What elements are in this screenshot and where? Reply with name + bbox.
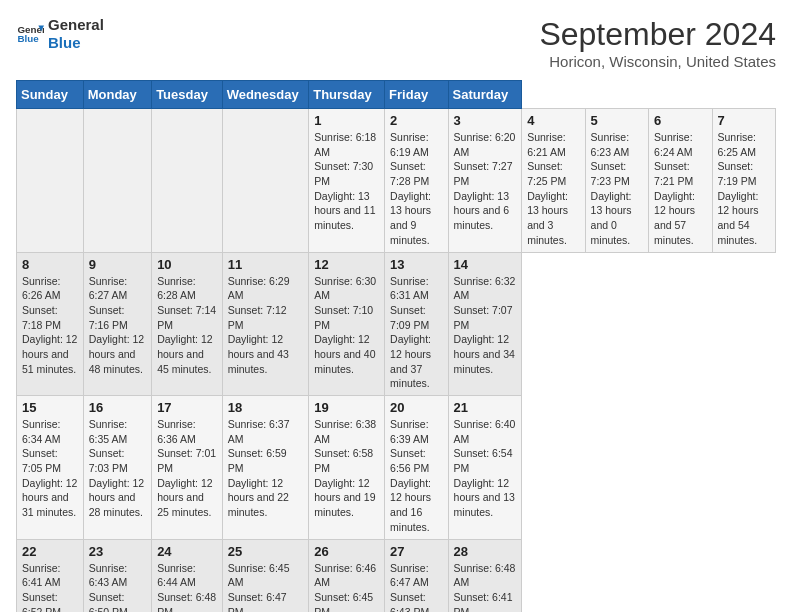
week-row-1: 8 Sunrise: 6:26 AM Sunset: 7:18 PM Dayli… (17, 252, 776, 396)
day-cell: 26 Sunrise: 6:46 AM Sunset: 6:45 PM Dayl… (309, 539, 385, 612)
daylight-label: Daylight: 12 hours and 16 minutes. (390, 477, 431, 533)
daylight-label: Daylight: 13 hours and 3 minutes. (527, 190, 568, 246)
day-cell: 15 Sunrise: 6:34 AM Sunset: 7:05 PM Dayl… (17, 396, 84, 540)
sunrise-label: Sunrise: 6:29 AM (228, 275, 290, 302)
day-cell: 6 Sunrise: 6:24 AM Sunset: 7:21 PM Dayli… (649, 109, 712, 253)
day-info: Sunrise: 6:36 AM Sunset: 7:01 PM Dayligh… (157, 417, 217, 520)
day-cell: 20 Sunrise: 6:39 AM Sunset: 6:56 PM Dayl… (385, 396, 448, 540)
day-cell (83, 109, 151, 253)
day-info: Sunrise: 6:18 AM Sunset: 7:30 PM Dayligh… (314, 130, 379, 233)
day-cell: 23 Sunrise: 6:43 AM Sunset: 6:50 PM Dayl… (83, 539, 151, 612)
sunset-label: Sunset: 6:47 PM (228, 591, 287, 612)
svg-text:Blue: Blue (17, 33, 39, 44)
sunrise-label: Sunrise: 6:19 AM (390, 131, 429, 158)
daylight-label: Daylight: 13 hours and 0 minutes. (591, 190, 632, 246)
daylight-label: Daylight: 12 hours and 45 minutes. (157, 333, 212, 374)
day-info: Sunrise: 6:37 AM Sunset: 6:59 PM Dayligh… (228, 417, 304, 520)
day-cell: 9 Sunrise: 6:27 AM Sunset: 7:16 PM Dayli… (83, 252, 151, 396)
sunrise-label: Sunrise: 6:23 AM (591, 131, 630, 158)
sunrise-label: Sunrise: 6:43 AM (89, 562, 128, 589)
day-number: 10 (157, 257, 217, 272)
sunset-label: Sunset: 7:19 PM (718, 160, 757, 187)
day-cell: 16 Sunrise: 6:35 AM Sunset: 7:03 PM Dayl… (83, 396, 151, 540)
day-cell: 3 Sunrise: 6:20 AM Sunset: 7:27 PM Dayli… (448, 109, 522, 253)
header-row: SundayMondayTuesdayWednesdayThursdayFrid… (17, 81, 776, 109)
day-number: 11 (228, 257, 304, 272)
day-number: 26 (314, 544, 379, 559)
header: General Blue General Blue September 2024… (16, 16, 776, 70)
sunrise-label: Sunrise: 6:26 AM (22, 275, 61, 302)
sunrise-label: Sunrise: 6:31 AM (390, 275, 429, 302)
day-number: 7 (718, 113, 770, 128)
header-day-sunday: Sunday (17, 81, 84, 109)
daylight-label: Daylight: 12 hours and 57 minutes. (654, 190, 695, 246)
day-info: Sunrise: 6:29 AM Sunset: 7:12 PM Dayligh… (228, 274, 304, 377)
sunset-label: Sunset: 7:12 PM (228, 304, 287, 331)
sunset-label: Sunset: 6:58 PM (314, 447, 373, 474)
day-info: Sunrise: 6:34 AM Sunset: 7:05 PM Dayligh… (22, 417, 78, 520)
logo: General Blue General Blue (16, 16, 104, 52)
day-number: 22 (22, 544, 78, 559)
sunset-label: Sunset: 7:28 PM (390, 160, 429, 187)
daylight-label: Daylight: 12 hours and 48 minutes. (89, 333, 144, 374)
sunset-label: Sunset: 7:21 PM (654, 160, 693, 187)
day-cell: 5 Sunrise: 6:23 AM Sunset: 7:23 PM Dayli… (585, 109, 648, 253)
daylight-label: Daylight: 12 hours and 37 minutes. (390, 333, 431, 389)
day-info: Sunrise: 6:21 AM Sunset: 7:25 PM Dayligh… (527, 130, 579, 248)
daylight-label: Daylight: 12 hours and 43 minutes. (228, 333, 289, 374)
sunset-label: Sunset: 7:27 PM (454, 160, 513, 187)
day-info: Sunrise: 6:43 AM Sunset: 6:50 PM Dayligh… (89, 561, 146, 613)
week-row-0: 1 Sunrise: 6:18 AM Sunset: 7:30 PM Dayli… (17, 109, 776, 253)
day-cell: 17 Sunrise: 6:36 AM Sunset: 7:01 PM Dayl… (152, 396, 223, 540)
sunset-label: Sunset: 7:05 PM (22, 447, 61, 474)
sunrise-label: Sunrise: 6:27 AM (89, 275, 128, 302)
day-info: Sunrise: 6:39 AM Sunset: 6:56 PM Dayligh… (390, 417, 442, 535)
day-info: Sunrise: 6:26 AM Sunset: 7:18 PM Dayligh… (22, 274, 78, 377)
day-number: 15 (22, 400, 78, 415)
sunrise-label: Sunrise: 6:36 AM (157, 418, 196, 445)
day-number: 2 (390, 113, 442, 128)
sunrise-label: Sunrise: 6:38 AM (314, 418, 376, 445)
header-day-thursday: Thursday (309, 81, 385, 109)
header-day-monday: Monday (83, 81, 151, 109)
day-info: Sunrise: 6:35 AM Sunset: 7:03 PM Dayligh… (89, 417, 146, 520)
sunrise-label: Sunrise: 6:37 AM (228, 418, 290, 445)
sunrise-label: Sunrise: 6:21 AM (527, 131, 566, 158)
daylight-label: Daylight: 12 hours and 54 minutes. (718, 190, 759, 246)
sunset-label: Sunset: 7:09 PM (390, 304, 429, 331)
day-info: Sunrise: 6:48 AM Sunset: 6:41 PM Dayligh… (454, 561, 517, 613)
sunrise-label: Sunrise: 6:32 AM (454, 275, 516, 302)
day-number: 23 (89, 544, 146, 559)
daylight-label: Daylight: 12 hours and 25 minutes. (157, 477, 212, 518)
day-info: Sunrise: 6:32 AM Sunset: 7:07 PM Dayligh… (454, 274, 517, 377)
logo-blue: Blue (48, 34, 104, 52)
sunrise-label: Sunrise: 6:44 AM (157, 562, 196, 589)
sunrise-label: Sunrise: 6:20 AM (454, 131, 516, 158)
day-info: Sunrise: 6:38 AM Sunset: 6:58 PM Dayligh… (314, 417, 379, 520)
day-info: Sunrise: 6:31 AM Sunset: 7:09 PM Dayligh… (390, 274, 442, 392)
day-info: Sunrise: 6:25 AM Sunset: 7:19 PM Dayligh… (718, 130, 770, 248)
daylight-label: Daylight: 13 hours and 6 minutes. (454, 190, 509, 231)
sunset-label: Sunset: 6:43 PM (390, 591, 429, 612)
sunrise-label: Sunrise: 6:46 AM (314, 562, 376, 589)
day-number: 12 (314, 257, 379, 272)
daylight-label: Daylight: 13 hours and 11 minutes. (314, 190, 375, 231)
day-info: Sunrise: 6:44 AM Sunset: 6:48 PM Dayligh… (157, 561, 217, 613)
calendar-header: SundayMondayTuesdayWednesdayThursdayFrid… (17, 81, 776, 109)
day-cell: 11 Sunrise: 6:29 AM Sunset: 7:12 PM Dayl… (222, 252, 309, 396)
day-number: 4 (527, 113, 579, 128)
sunrise-label: Sunrise: 6:30 AM (314, 275, 376, 302)
sunset-label: Sunset: 7:10 PM (314, 304, 373, 331)
header-day-tuesday: Tuesday (152, 81, 223, 109)
day-number: 27 (390, 544, 442, 559)
sunset-label: Sunset: 7:23 PM (591, 160, 630, 187)
day-info: Sunrise: 6:47 AM Sunset: 6:43 PM Dayligh… (390, 561, 442, 613)
day-number: 24 (157, 544, 217, 559)
sunset-label: Sunset: 7:03 PM (89, 447, 128, 474)
header-day-wednesday: Wednesday (222, 81, 309, 109)
daylight-label: Daylight: 13 hours and 9 minutes. (390, 190, 431, 246)
day-cell: 27 Sunrise: 6:47 AM Sunset: 6:43 PM Dayl… (385, 539, 448, 612)
daylight-label: Daylight: 12 hours and 40 minutes. (314, 333, 375, 374)
sunset-label: Sunset: 7:18 PM (22, 304, 61, 331)
week-row-3: 22 Sunrise: 6:41 AM Sunset: 6:52 PM Dayl… (17, 539, 776, 612)
